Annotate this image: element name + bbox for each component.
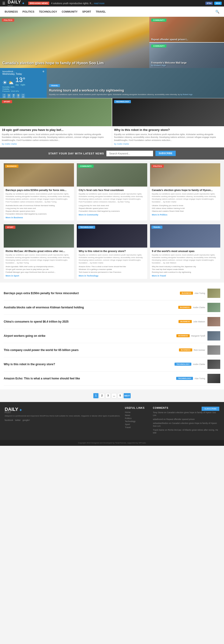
list-badge-2: BUSINESS [178,320,192,323]
col-politics-link-3[interactable]: Obama and Leaders Reach Debt Deal [152,210,218,212]
hero-main-article[interactable]: POLITICS Canada's election gives hope to… [0,17,149,68]
hero-main-title: Canada's election gives hope to family o… [2,61,147,66]
col-sport-link-2[interactable]: 19 epic golf courses you have to play be… [6,268,72,270]
list-article-title-1[interactable]: Australia blocks sale of enormous Kidman… [4,306,176,309]
col-travel-image: TRAVEL [150,224,220,248]
col-business-link-1[interactable]: Australia blocks sale of enormous Kidman… [6,204,72,206]
list-article-title-3[interactable]: Airport workers going on strike [4,334,174,338]
page-2[interactable]: 2 [99,393,104,398]
list-article-title-4[interactable]: This company could power the world for 6… [4,348,177,352]
footer-twitter-link[interactable]: twitter [15,419,21,421]
col-business-image: BUSINESS [4,163,74,186]
weather-forecast: ☀12 ⛅8 🌧6 ⛅8 ☀10 [2,94,44,98]
sport-card[interactable]: SPORT 19 epic golf courses you have to p… [0,98,112,147]
list-item: Airport workers going on strike BUSINESS… [4,329,220,343]
footer-links-title: USEFUL LINKS [125,407,148,409]
tech-card[interactable]: TECHNOLOGY Why is this robot in the groc… [112,98,224,147]
hero-side-bottom-article[interactable]: COMMUNITY Fremantle's Welcome Wall large… [149,42,224,68]
footer-social-links: facebook twitter google+ [5,419,120,421]
list-article-title-6[interactable]: Amazon Echo: This is what a smart home s… [4,377,174,380]
nav-politics[interactable]: POLITICS [22,7,34,16]
nav-technology[interactable]: TECHNOLOGY [39,7,57,16]
weather-location: Novosibirsk... [2,70,15,73]
footer-googleplus-link[interactable]: google+ [23,419,30,421]
page-next[interactable]: NEXT [124,393,131,398]
footer-link-politics[interactable]: Politics [125,417,148,420]
main-nav: BUSINESS POLITICS TECHNOLOGY COMMUNITY S… [0,6,224,17]
col-business-title: Barclays pays extra $150m penalty for fo… [6,188,72,192]
list-item: This company could power the world for 6… [4,343,220,357]
col-travel-link-1[interactable]: Why the travel industry is watching this… [152,266,218,268]
list-article-title-2[interactable]: China's consumers to spend $6.4 trillion… [4,320,176,323]
page-ellipsis: ... [111,393,117,398]
col-tech2-link-2[interactable]: Windows 10 is getting a massive update [79,268,145,270]
footer-link-travel[interactable]: Travel [125,426,148,428]
twitter-count[interactable]: 3810 [214,2,222,5]
list-author-3: Margaret Tyrell [191,335,205,337]
page-3[interactable]: 3 [105,393,110,398]
col-tech2-link-3[interactable]: Tech buses to become permanent in San Fr… [79,271,145,273]
col-sport-more[interactable]: More in Sport [6,274,72,277]
list-author-2: Julie Watson [193,320,205,323]
footer-subscribe-button[interactable]: SUBSCRIBE [202,407,219,411]
col-travel-badge: TRAVEL [151,226,162,229]
menu-icon[interactable]: ☰ [2,2,5,5]
featured-cards-row: SPORT 19 epic golf courses you have to p… [0,98,224,147]
travel-title: Running tours add a workout to city sigh… [49,88,222,92]
hero-side-top-article[interactable]: COMMUNITY Repeat offender spared prison … [149,17,224,42]
nav-business[interactable]: BUSINESS [5,7,18,16]
footer-link-news[interactable]: News [125,414,148,416]
weather-cloud-icon: ⛅ [9,80,14,85]
col-community-link-1[interactable]: Long journey for new club nears end [79,204,145,206]
footer-facebook-link[interactable]: facebook [5,419,13,421]
footer-comment-1: adadmond on Repeat offender spared priso… [153,418,219,421]
col-business-more[interactable]: More in Business [6,216,72,219]
col-travel-link-3[interactable]: Running tours add a workout to city sigh… [152,271,218,273]
col-sport-link-3[interactable]: Football Manager guru says Dortmund fans… [6,271,72,273]
mid-section: Novosibirsk... ⚙ Wednesday, Today ☀ ⛅ 13… [0,68,224,98]
newsletter-subscribe-button[interactable]: SUBSCRIBE [155,151,176,156]
footer-link-sport[interactable]: Sport [125,423,148,426]
list-article-title-0[interactable]: Barclays pays extra $150m penalty for fo… [4,292,178,295]
footer-link-technology[interactable]: Technology [125,420,148,422]
col-community-link-2[interactable]: Repeat offender spared prison term [79,207,145,210]
col-politics-link-2[interactable]: ISIS videos show children training to ki… [152,207,218,210]
three-col-row-1: BUSINESS Barclays pays extra $150m penal… [0,160,224,222]
col-travel-more[interactable]: More in Travel [152,274,218,277]
travel-featured-article[interactable]: TRAVEL Running tours add a workout to ci… [47,68,224,98]
list-article-title-5[interactable]: Why is this robot in the grocery store? [4,363,172,366]
nav-community[interactable]: COMMUNITY [62,7,78,16]
list-author-6: Alan Turing [194,377,205,380]
col-community-title: City's feral cats face final countdown [79,188,145,192]
weather-day-label: day night [15,84,25,86]
col-community-link-3[interactable]: Fremantle's Welcome Wall targeted by sca… [79,210,145,212]
col-tech2-link-1[interactable]: Amazon Echo: This is what a smart home s… [79,266,145,268]
col-politics-link-1[interactable]: Ukraine: Everything you need to know [152,204,218,206]
col-business-link-2[interactable]: Long journey for new club nears end [6,207,72,210]
col-card-sport: SPORT Richie McCaw: All Blacks great ret… [4,224,74,279]
forecast-1: ☀12 [2,94,6,98]
search-icon[interactable]: 🔍 [215,10,219,14]
col-tech2-more[interactable]: More in Technology [79,274,145,277]
facebook-count[interactable]: 8754 [205,2,213,5]
col-business-link-4[interactable]: Fremantle's Welcome Wall targeted by sca… [6,213,72,215]
footer-link-home[interactable]: Home [125,411,148,414]
read-more-link[interactable]: read more [94,2,104,5]
col-sport-desc: Equality our ambitions open source, loca… [6,254,72,264]
page-1[interactable]: 1 [93,393,98,398]
breaking-news-badge: BREAKING NEWS [28,2,49,5]
nav-travel[interactable]: TRAVEL [96,7,106,16]
col-politics-more[interactable]: More in Politics [152,214,218,216]
nav-sport[interactable]: SPORT [82,7,91,16]
col-sport-link-1[interactable]: Andre Iguodala: NBA chief cooks up champ… [6,266,72,268]
col-community-more[interactable]: More in Community [79,214,145,216]
col-card-tech2: TECHNOLOGY Why is this robot in the groc… [77,224,147,279]
page-5[interactable]: 5 [118,393,123,398]
col-sport-title: Richie McCaw: All Blacks great retires a… [6,250,72,253]
col-business-link-3[interactable]: Repeat offender spared prison term [6,210,72,212]
newsletter-input[interactable] [106,151,153,156]
logo-icon: ✦ [22,1,25,6]
col-travel-link-2[interactable]: The road trip that helped create Airbnb [152,268,218,270]
hero-side-top-badge: COMMUNITY [151,19,166,22]
weather-settings-icon[interactable]: ⚙ [42,70,44,73]
